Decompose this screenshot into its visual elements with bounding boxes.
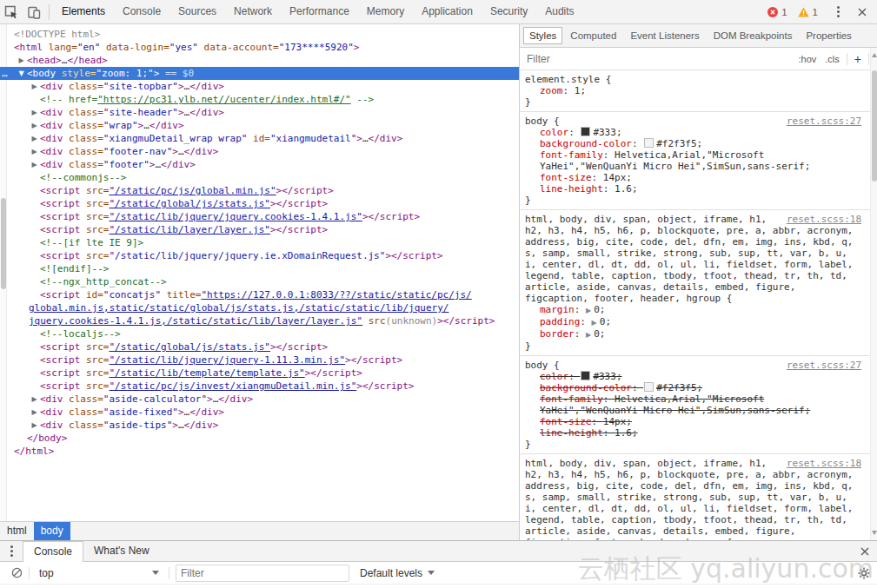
dom-tree-row[interactable]: <script src="/static/lib/jquery/jquery-1… xyxy=(0,353,519,367)
clear-console-icon[interactable] xyxy=(7,564,26,583)
css-declaration[interactable]: line-height: 1.6; xyxy=(525,183,861,195)
expand-arrow-icon[interactable]: ▶ xyxy=(29,406,40,419)
css-declaration[interactable]: color: #333; xyxy=(525,371,861,382)
css-declaration[interactable]: margin: ▶0; xyxy=(525,304,861,316)
css-property-value[interactable]: 14px xyxy=(603,416,627,427)
tab-elements[interactable]: Elements xyxy=(53,0,114,23)
drawer-tab-what-s-new[interactable]: What's New xyxy=(83,541,160,561)
css-property-value[interactable]: 1.6 xyxy=(615,183,632,195)
expand-arrow-icon[interactable]: ▶ xyxy=(29,119,40,132)
stylesheet-link[interactable]: reset.scss:18 xyxy=(787,458,861,469)
css-property-value[interactable]: #333 xyxy=(593,371,616,382)
stylesheet-link[interactable]: reset.scss:18 xyxy=(787,214,861,225)
tab-network[interactable]: Network xyxy=(225,0,281,23)
more-options-icon[interactable] xyxy=(828,3,847,22)
css-property-value[interactable]: 0 xyxy=(594,328,600,340)
css-property-value[interactable]: #f2f3f5 xyxy=(656,138,696,149)
styles-tab-computed[interactable]: Computed xyxy=(564,27,622,44)
css-declaration[interactable]: line-height: 1.6; xyxy=(525,427,861,439)
console-settings-icon[interactable] xyxy=(858,567,870,579)
css-property-name[interactable]: font-size xyxy=(540,416,592,427)
styles-scrollbar[interactable] xyxy=(870,48,877,540)
css-declaration[interactable]: background-color: #f2f3f5; xyxy=(525,138,861,149)
dom-tree-row[interactable]: <!--localjs--> xyxy=(0,327,519,340)
dom-tree-row[interactable]: global.min.js,static/static/global/js/st… xyxy=(0,301,519,314)
css-declaration[interactable]: font-family: Helvetica,Arial,"Microsoft … xyxy=(525,149,861,172)
expand-arrow-icon[interactable]: ▶ xyxy=(29,80,40,93)
expand-arrow-icon[interactable]: ▶ xyxy=(29,419,40,432)
inspect-element-icon[interactable] xyxy=(0,0,23,23)
resource-link[interactable]: jquery.cookies-1.4.1.js,/static/static/l… xyxy=(29,315,362,327)
resource-link[interactable]: "/static/pc/js/invest/xiangmuDetail.min.… xyxy=(109,380,356,392)
css-property-value[interactable]: #f2f3f5 xyxy=(656,382,696,393)
css-property-name[interactable]: background-color xyxy=(540,138,632,149)
collapse-arrow-icon[interactable]: ▼ xyxy=(16,67,27,80)
css-property-value[interactable]: #333 xyxy=(593,127,616,138)
color-swatch[interactable] xyxy=(644,382,654,392)
console-levels-select[interactable]: Default levels xyxy=(360,567,435,579)
styles-tab-event-listeners[interactable]: Event Listeners xyxy=(624,27,705,44)
resource-link[interactable]: "https://pc31.ylb.net//ucenter/index.htm… xyxy=(97,94,350,105)
dom-tree-row[interactable]: <script src="/static/lib/jquery/jquery.c… xyxy=(0,210,519,223)
resource-link[interactable]: "/static/lib/jquery/jquery.cookies-1.4.1… xyxy=(109,211,362,222)
resource-link[interactable]: "/static/lib/template/template.js" xyxy=(109,367,304,379)
color-swatch[interactable] xyxy=(581,127,590,136)
css-declaration[interactable]: zoom: 1; xyxy=(525,85,861,96)
css-property-name[interactable]: color xyxy=(540,127,568,138)
resource-link[interactable]: "/static/pc/js/global.min.js" xyxy=(109,185,276,196)
css-declaration[interactable]: border: ▶0; xyxy=(525,328,861,340)
dom-tree-row[interactable]: <script src="/static/global/js/stats.js"… xyxy=(0,197,519,210)
dom-tree-row[interactable]: <script src="/static/pc/js/invest/xiangm… xyxy=(0,380,519,393)
css-declaration[interactable]: font-family: Helvetica,Arial,"Microsoft … xyxy=(525,393,861,416)
expand-arrow-icon[interactable]: ▶ xyxy=(29,158,40,171)
dom-tree-row[interactable]: <script src="/static/lib/jquery/jquery.i… xyxy=(0,249,519,262)
expand-arrow-icon[interactable]: ▶ xyxy=(16,54,27,67)
tab-security[interactable]: Security xyxy=(482,0,536,23)
styles-tab-styles[interactable]: Styles xyxy=(523,27,562,44)
dom-tree-row[interactable]: ▶<head>…</head> xyxy=(0,54,519,67)
toggle-element-state-button[interactable]: :hov xyxy=(794,52,821,66)
tab-sources[interactable]: Sources xyxy=(169,0,225,23)
css-property-name[interactable]: padding xyxy=(540,316,580,327)
console-filter-input[interactable] xyxy=(176,565,349,582)
close-drawer-icon[interactable] xyxy=(853,541,877,561)
error-count-badge[interactable]: 1 xyxy=(767,7,787,17)
css-declaration[interactable]: background-color: #f2f3f5; xyxy=(525,382,861,393)
color-swatch[interactable] xyxy=(581,371,590,380)
tab-memory[interactable]: Memory xyxy=(358,0,413,23)
element-classes-button[interactable]: .cls xyxy=(821,52,844,66)
dom-tree-row[interactable]: ▶<div class="footer-nav">…</div> xyxy=(0,145,519,158)
dom-tree-row[interactable]: jquery.cookies-1.4.1.js,/static/static/l… xyxy=(0,314,519,327)
css-declaration[interactable]: font-size: 14px; xyxy=(525,416,861,427)
node-menu-icon[interactable]: … xyxy=(2,67,8,80)
css-property-name[interactable]: background-color xyxy=(540,382,632,393)
css-property-name[interactable]: line-height xyxy=(540,427,603,439)
expand-shorthand-icon[interactable]: ▶ xyxy=(586,331,591,339)
css-property-value[interactable]: 0 xyxy=(594,304,600,315)
css-property-value[interactable]: 0 xyxy=(600,316,606,327)
css-property-name[interactable]: border xyxy=(540,328,575,340)
device-toolbar-icon[interactable] xyxy=(23,0,45,23)
styles-filter-input[interactable] xyxy=(525,52,794,66)
css-declaration[interactable]: color: #333; xyxy=(525,127,861,138)
expand-arrow-icon[interactable]: ▶ xyxy=(29,145,40,158)
dom-tree-row[interactable]: <script src="/static/global/js/stats.js"… xyxy=(0,340,519,353)
color-swatch[interactable] xyxy=(644,138,654,148)
dom-tree-row[interactable]: <script id="concatjs" title="https://127… xyxy=(0,288,519,301)
css-property-name[interactable]: color xyxy=(540,371,568,382)
css-property-value[interactable]: 1.6 xyxy=(615,427,632,439)
css-declaration[interactable]: font-size: 14px; xyxy=(525,172,861,183)
dom-tree-row[interactable]: <![endif]--> xyxy=(0,262,519,275)
tab-audits[interactable]: Audits xyxy=(536,0,582,23)
dom-tree-row[interactable]: <html lang="en" data-login="yes" data-ac… xyxy=(0,41,519,54)
breadcrumb-html[interactable]: html xyxy=(0,522,34,540)
resource-link[interactable]: global.min.js,static/static/global/js/st… xyxy=(29,302,448,314)
css-property-name[interactable]: margin xyxy=(540,304,575,315)
dom-tree-row[interactable]: <!-- href="https://pc31.ylb.net//ucenter… xyxy=(0,93,519,106)
new-style-rule-button[interactable]: + xyxy=(850,50,866,68)
dom-tree-row[interactable]: <!--[if lte IE 9]> xyxy=(0,236,519,249)
dom-tree-row[interactable]: ▶<div class="footer">…</div> xyxy=(0,158,519,171)
dom-tree-row[interactable]: ▶<div class="aside-tips">…</div> xyxy=(0,419,519,432)
tab-performance[interactable]: Performance xyxy=(281,0,358,23)
drawer-menu-icon[interactable] xyxy=(0,541,23,561)
